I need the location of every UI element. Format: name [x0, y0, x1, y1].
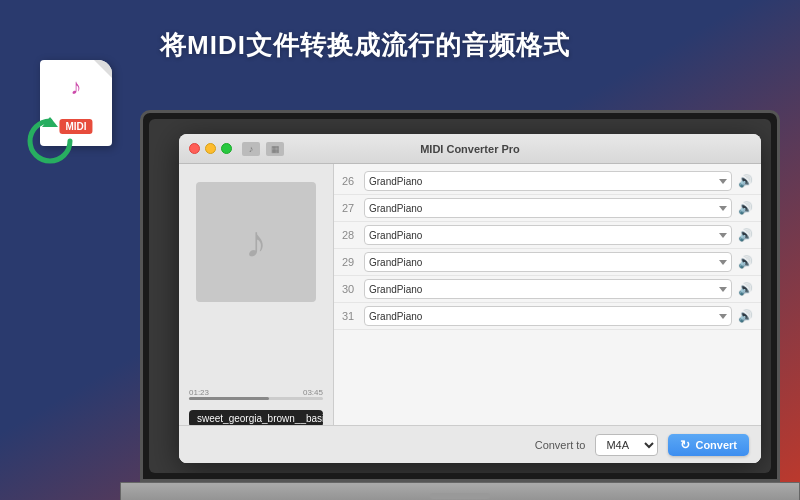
track-num-29: 29 [342, 256, 364, 268]
instrument-select-27[interactable]: GrandPiano [364, 198, 732, 218]
convert-to-label: Convert to [535, 439, 586, 451]
app-title: MIDI Converter Pro [420, 143, 520, 155]
volume-icon-26[interactable]: 🔊 [738, 174, 753, 188]
track-num-28: 28 [342, 229, 364, 241]
volume-icon-30[interactable]: 🔊 [738, 282, 753, 296]
headline: 将MIDI文件转换成流行的音频格式 [160, 28, 780, 63]
progress-bar-area: 01:23 03:45 [189, 384, 323, 408]
table-row: 30 GrandPiano 🔊 [334, 276, 761, 303]
volume-icon-29[interactable]: 🔊 [738, 255, 753, 269]
time-start: 01:23 [189, 388, 209, 397]
time-end: 03:45 [303, 388, 323, 397]
track-num-27: 27 [342, 202, 364, 214]
green-arrow-icon [24, 115, 76, 171]
laptop-screen-inner: ♪ ▦ MIDI Converter Pro ♪ [149, 119, 771, 473]
progress-fill [189, 397, 269, 400]
mac-window: ♪ ▦ MIDI Converter Pro ♪ [179, 134, 761, 463]
volume-icon-28[interactable]: 🔊 [738, 228, 753, 242]
table-row: 26 GrandPiano 🔊 [334, 168, 761, 195]
convert-label: Convert [695, 439, 737, 451]
format-select[interactable]: M4A MP3 WAV FLAC [595, 434, 658, 456]
convert-icon: ↻ [680, 438, 690, 452]
laptop-screen-outer: ♪ ▦ MIDI Converter Pro ♪ [140, 110, 780, 482]
progress-bar[interactable] [189, 397, 323, 400]
volume-icon-31[interactable]: 🔊 [738, 309, 753, 323]
table-row: 29 GrandPiano 🔊 [334, 249, 761, 276]
instrument-select-28[interactable]: GrandPiano [364, 225, 732, 245]
album-art: ♪ [196, 182, 316, 302]
instrument-select-31[interactable]: GrandPiano [364, 306, 732, 326]
table-row: 27 GrandPiano 🔊 [334, 195, 761, 222]
bottom-bar: Convert to M4A MP3 WAV FLAC ↻ Convert [179, 425, 761, 463]
laptop-base [120, 482, 800, 500]
fullscreen-button[interactable] [221, 143, 232, 154]
instrument-select-29[interactable]: GrandPiano [364, 252, 732, 272]
titlebar-icons: ♪ ▦ [242, 142, 284, 156]
laptop: ♪ ▦ MIDI Converter Pro ♪ [120, 110, 800, 500]
mac-content: ♪ 01:23 03:45 sweet_geor [179, 164, 761, 463]
titlebar-music-icon: ♪ [242, 142, 260, 156]
instrument-select-30[interactable]: GrandPiano [364, 279, 732, 299]
track-num-30: 30 [342, 283, 364, 295]
track-num-26: 26 [342, 175, 364, 187]
time-labels: 01:23 03:45 [189, 388, 323, 397]
minimize-button[interactable] [205, 143, 216, 154]
table-row: 28 GrandPiano 🔊 [334, 222, 761, 249]
table-row: 31 GrandPiano 🔊 [334, 303, 761, 330]
traffic-lights [189, 143, 232, 154]
convert-button[interactable]: ↻ Convert [668, 434, 749, 456]
album-art-note-icon: ♪ [245, 217, 267, 267]
mac-titlebar: ♪ ▦ MIDI Converter Pro [179, 134, 761, 164]
left-panel: ♪ 01:23 03:45 sweet_geor [179, 164, 334, 463]
track-list: 26 GrandPiano 🔊 27 GrandPiano 🔊 [334, 164, 761, 463]
volume-icon-27[interactable]: 🔊 [738, 201, 753, 215]
close-button[interactable] [189, 143, 200, 154]
track-num-31: 31 [342, 310, 364, 322]
instrument-select-26[interactable]: GrandPiano [364, 171, 732, 191]
music-note-icon: ♪ [71, 74, 82, 100]
titlebar-grid-icon: ▦ [266, 142, 284, 156]
